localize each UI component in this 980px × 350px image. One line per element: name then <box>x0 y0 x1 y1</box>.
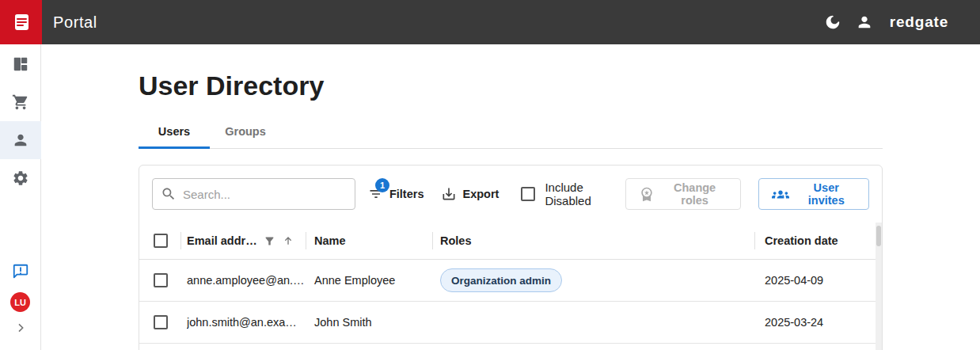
redgate-logo[interactable] <box>0 0 42 44</box>
change-roles-label: Change roles <box>662 181 728 207</box>
dashboard-icon <box>12 55 29 73</box>
person-icon <box>12 131 29 149</box>
row-select-cell <box>139 302 181 343</box>
download-icon <box>441 186 457 202</box>
email-column-label: Email addr… <box>187 234 257 247</box>
top-bar: Portal redgate <box>0 0 980 44</box>
row-select-cell <box>139 260 181 301</box>
sidebar-item-users[interactable] <box>0 121 41 159</box>
include-disabled-checkbox[interactable] <box>521 187 535 201</box>
tab-groups[interactable]: Groups <box>210 114 281 148</box>
sidebar-item-store[interactable] <box>0 83 41 121</box>
chevron-right-icon <box>14 321 27 334</box>
email-header-icons <box>264 234 294 247</box>
header-creation-date-cell[interactable]: Creation date <box>755 223 882 259</box>
active-tab-indicator <box>139 146 210 149</box>
shopping-cart-icon <box>12 93 29 111</box>
tab-bar: Users Groups <box>139 114 883 149</box>
creation-date-value: 2025-03-24 <box>765 316 823 329</box>
sort-ascending-icon[interactable] <box>282 234 294 247</box>
name-cell: Anne Employee <box>306 260 433 301</box>
search-icon <box>161 186 177 202</box>
table-row[interactable]: anne.amployee@an.… Anne Employee Organiz… <box>139 260 882 302</box>
table-toolbar: 1 Filters Export Include Disabled <box>139 165 882 223</box>
include-disabled-control: Include Disabled <box>521 181 625 207</box>
feedback-icon <box>12 263 29 280</box>
app-title: Portal <box>53 13 97 32</box>
users-panel: 1 Filters Export Include Disabled <box>139 165 883 350</box>
brand-wordmark: redgate <box>890 13 948 31</box>
table-row[interactable]: john.smith@an.exa… John Smith 2025-03-24 <box>139 302 882 344</box>
medal-icon <box>639 186 655 202</box>
include-disabled-label: Include Disabled <box>545 181 625 207</box>
role-chip: Organization admin <box>440 268 562 292</box>
email-cell: anne.amployee@an.… <box>181 260 306 301</box>
topbar-actions: redgate <box>817 6 980 38</box>
table-header: Email addr… <box>139 223 882 260</box>
sidebar-expand-button[interactable] <box>5 317 36 339</box>
roles-column-label: Roles <box>440 234 472 247</box>
header-select-all-cell <box>139 223 181 259</box>
export-label: Export <box>462 188 499 200</box>
header-roles-cell[interactable]: Roles <box>433 223 755 259</box>
sidebar-item-settings[interactable] <box>0 159 41 197</box>
filters-label: Filters <box>389 188 424 200</box>
page-title: User Directory <box>139 70 883 101</box>
name-value: Anne Employee <box>314 274 395 287</box>
tab-users[interactable]: Users <box>139 114 210 148</box>
creation-date-column-label: Creation date <box>765 234 838 247</box>
export-button[interactable]: Export <box>441 186 499 202</box>
group-add-icon <box>772 185 789 203</box>
name-column-label: Name <box>314 234 346 247</box>
moon-icon <box>824 13 841 31</box>
main-content: User Directory Users Groups <box>41 44 980 350</box>
tab-groups-label: Groups <box>225 125 266 138</box>
creation-date-cell: 2025-03-24 <box>755 302 882 343</box>
creation-date-value: 2025-04-09 <box>765 274 823 287</box>
user-invites-button[interactable]: User invites <box>758 178 869 210</box>
change-roles-button[interactable]: Change roles <box>625 178 742 210</box>
sidebar-bottom: LU <box>0 256 41 350</box>
name-value: John Smith <box>314 316 372 329</box>
filters-button[interactable]: 1 Filters <box>368 186 424 202</box>
user-avatar[interactable]: LU <box>10 292 30 312</box>
redgate-logo-icon <box>11 12 32 32</box>
user-invites-label: User invites <box>796 181 856 207</box>
roles-cell: Organization admin <box>433 260 755 301</box>
email-value: anne.amployee@an.… <box>187 274 305 287</box>
tab-users-label: Users <box>158 125 190 138</box>
header-name-cell[interactable]: Name <box>306 223 433 259</box>
name-cell: John Smith <box>306 302 433 343</box>
header-email-cell[interactable]: Email addr… <box>181 223 306 259</box>
dark-mode-toggle-button[interactable] <box>817 6 849 38</box>
select-all-checkbox[interactable] <box>154 234 168 248</box>
creation-date-cell: 2025-04-09 <box>755 260 882 301</box>
sidebar-item-dashboard[interactable] <box>0 45 41 83</box>
sidebar: LU <box>0 44 41 350</box>
search-input[interactable] <box>183 188 347 201</box>
person-icon <box>856 13 873 31</box>
email-cell: john.smith@an.exa… <box>181 302 306 343</box>
email-value: john.smith@an.exa… <box>187 316 297 329</box>
column-filter-icon[interactable] <box>264 235 275 247</box>
filters-badge: 1 <box>375 178 389 192</box>
roles-cell <box>433 302 755 343</box>
vertical-scrollbar[interactable] <box>876 223 882 350</box>
search-box <box>152 178 355 210</box>
gear-icon <box>12 169 29 187</box>
row-checkbox[interactable] <box>154 273 168 287</box>
row-checkbox[interactable] <box>154 315 168 329</box>
account-button[interactable] <box>849 6 880 38</box>
feedback-button[interactable] <box>0 256 41 287</box>
scrollbar-thumb[interactable] <box>876 226 881 246</box>
